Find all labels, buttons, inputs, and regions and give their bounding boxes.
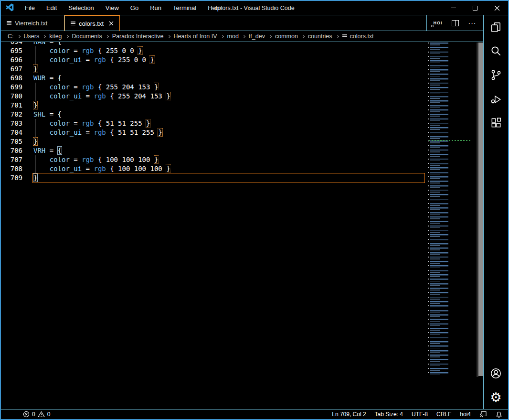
code-text: color_ui = rgb { 255 0 0 } <box>33 55 154 65</box>
code-line: 698WUR = { <box>1 74 427 83</box>
language-mode[interactable]: hoi4 <box>456 409 475 419</box>
code-line: 696 color_ui = rgb { 255 0 0 } <box>1 55 427 65</box>
line-number: 699 <box>1 83 33 92</box>
code-line: 695 color = rgb { 255 0 0 } <box>1 46 427 55</box>
activity-source-control[interactable] <box>484 63 509 87</box>
breadcrumb-item[interactable]: countries <box>308 33 332 40</box>
code-text: SHL = { <box>33 110 62 119</box>
chevron-right-icon <box>42 34 46 38</box>
line-number: 701 <box>1 101 33 110</box>
breadcrumb-item[interactable]: Paradox Interactive <box>112 33 164 40</box>
chevron-right-icon <box>336 34 339 38</box>
settings-gear-icon: ⚙ <box>490 391 501 404</box>
code-line: 697} <box>1 65 427 74</box>
minimap[interactable] <box>427 42 477 409</box>
activity-extensions[interactable] <box>484 111 509 135</box>
code-line: 694HAN = { <box>1 42 427 46</box>
editor-lines: 694HAN = {695 color = rgb { 255 0 0 }696… <box>1 42 427 183</box>
feedback-button[interactable] <box>475 409 491 419</box>
tab-vierreich[interactable]: Vierreich.txt <box>1 15 64 31</box>
minimize-button[interactable] <box>442 1 464 15</box>
activity-bar: ⚙ <box>483 15 508 409</box>
scrollbar[interactable] <box>477 42 483 409</box>
account-icon <box>489 367 502 380</box>
code-line: 707 color = rgb { 100 100 100 } <box>1 155 427 164</box>
tab-close-icon[interactable] <box>109 21 114 26</box>
code-text: color_ui = rgb { 100 100 100 } <box>33 164 170 173</box>
breadcrumb-item[interactable]: common <box>275 33 298 40</box>
maximize-button[interactable] <box>464 1 486 15</box>
editor-code-area[interactable]: 694HAN = {695 color = rgb { 255 0 0 }696… <box>1 42 427 409</box>
breadcrumb: C:UserskitegDocumentsParadox Interactive… <box>1 31 483 42</box>
more-actions-button[interactable]: ··· <box>465 17 479 29</box>
line-number: 708 <box>1 164 33 173</box>
menu-item-file[interactable]: File <box>19 1 41 15</box>
menu-item-go[interactable]: Go <box>125 1 144 15</box>
current-line-highlight <box>32 173 425 183</box>
editor-part: Vierreich.txt colors.txt HOI ·· <box>1 15 483 409</box>
tab-colors-active[interactable]: colors.txt <box>64 15 120 32</box>
eol-sequence[interactable]: CRLF <box>432 409 456 419</box>
menu-item-run[interactable]: Run <box>144 1 167 15</box>
hoi4-tool-button[interactable]: HOI <box>431 17 445 29</box>
breadcrumb-item[interactable]: Hearts of Iron IV <box>174 33 217 40</box>
menu-item-selection[interactable]: Selection <box>63 1 99 15</box>
chevron-right-icon <box>65 34 69 38</box>
chevron-right-icon <box>17 34 20 38</box>
breadcrumb-item[interactable]: C: <box>8 33 14 40</box>
code-text: } <box>33 65 37 74</box>
warning-count: 0 <box>47 411 51 418</box>
close-button[interactable] <box>486 1 508 15</box>
file-icon <box>342 34 347 39</box>
indentation[interactable]: Tab Size: 4 <box>371 409 407 419</box>
notifications-button[interactable] <box>491 409 508 419</box>
line-number: 695 <box>1 46 33 55</box>
activity-explorer[interactable] <box>484 15 509 39</box>
chevron-right-icon <box>220 34 223 38</box>
status-bar: 0 0 Ln 709, Col 2 Tab Size: 4 UTF-8 CRLF… <box>1 409 508 419</box>
menu-item-help[interactable]: Help <box>202 1 226 15</box>
code-text: color_ui = rgb { 255 204 153 } <box>33 92 170 101</box>
scrollbar-thumb[interactable] <box>478 43 483 376</box>
split-editor-button[interactable] <box>448 17 462 29</box>
code-line: 708 color_ui = rgb { 100 100 100 } <box>1 164 427 173</box>
cursor-position[interactable]: Ln 709, Col 2 <box>328 409 370 419</box>
menu-item-view[interactable]: View <box>100 1 125 15</box>
editor-actions: HOI ··· <box>426 15 483 31</box>
activity-run-debug[interactable] <box>484 87 509 111</box>
breadcrumb-item[interactable]: kiteg <box>49 33 62 40</box>
breadcrumb-item[interactable]: Users <box>24 33 40 40</box>
split-editor-icon <box>452 20 459 26</box>
menu-item-terminal[interactable]: Terminal <box>167 1 202 15</box>
chevron-right-icon <box>167 34 170 38</box>
code-line: 700 color_ui = rgb { 255 204 153 } <box>1 92 427 101</box>
code-line: 699 color = rgb { 255 204 153 } <box>1 83 427 92</box>
breadcrumb-item[interactable]: tf_dev <box>249 33 265 40</box>
encoding[interactable]: UTF-8 <box>407 409 432 419</box>
run-debug-icon <box>490 93 502 105</box>
tab-bar-empty <box>120 15 426 31</box>
code-text: color_ui = rgb { 51 51 255 } <box>33 128 162 137</box>
line-number: 703 <box>1 119 33 128</box>
chevron-right-icon <box>242 34 245 38</box>
line-number: 704 <box>1 128 33 137</box>
code-text: } <box>33 137 37 146</box>
file-icon <box>71 22 75 26</box>
activity-search[interactable] <box>484 39 509 63</box>
line-number: 705 <box>1 137 33 146</box>
error-count: 0 <box>32 411 35 418</box>
breadcrumb-item[interactable]: colors.txt <box>342 33 374 40</box>
title-bar: FileEditSelectionViewGoRunTerminalHelp c… <box>1 1 508 15</box>
breadcrumb-item[interactable]: Documents <box>72 33 102 40</box>
problems-status[interactable]: 0 0 <box>19 409 54 419</box>
maximize-icon <box>473 6 477 11</box>
breadcrumb-item[interactable]: mod <box>227 33 239 40</box>
activity-account[interactable] <box>484 361 509 385</box>
feedback-icon <box>479 411 487 418</box>
line-number: 709 <box>1 173 33 183</box>
menu-item-edit[interactable]: Edit <box>41 1 63 15</box>
code-text: color = rgb { 255 0 0 } <box>33 46 142 55</box>
code-line: 704 color_ui = rgb { 51 51 255 } <box>1 128 427 137</box>
activity-settings[interactable]: ⚙ <box>484 385 509 409</box>
status-right: Ln 709, Col 2 Tab Size: 4 UTF-8 CRLF hoi… <box>328 409 508 419</box>
